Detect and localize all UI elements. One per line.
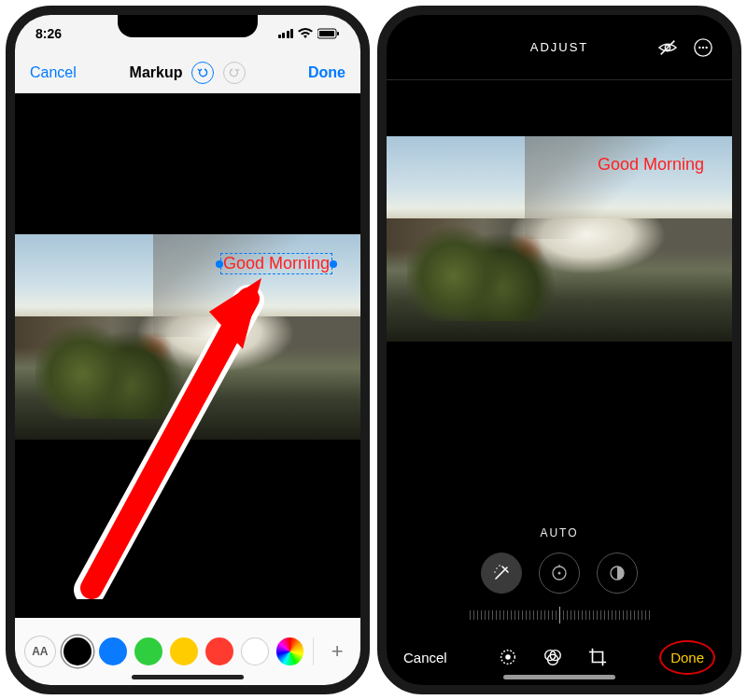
color-swatch-red[interactable] <box>205 637 233 665</box>
adjust-tab-icon[interactable] <box>498 647 518 667</box>
auto-enhance-dial[interactable] <box>481 553 522 594</box>
selection-handle-right[interactable] <box>330 260 337 268</box>
adjust-canvas[interactable]: Good Morning <box>387 80 732 517</box>
page-title: Markup <box>130 64 183 81</box>
device-notch <box>489 15 629 37</box>
markup-canvas[interactable]: Good Morning <box>15 93 360 618</box>
svg-rect-1 <box>319 31 334 36</box>
photo-preview: Good Morning <box>15 234 360 440</box>
svg-point-6 <box>698 46 700 48</box>
status-time: 8:26 <box>35 26 62 41</box>
done-button[interactable]: Done <box>308 64 345 81</box>
done-button[interactable]: Done <box>670 650 704 665</box>
auto-label: AUTO <box>387 517 732 545</box>
photo-preview: Good Morning <box>387 136 732 342</box>
visibility-off-icon[interactable] <box>657 37 678 58</box>
color-swatch-green[interactable] <box>134 637 162 665</box>
svg-rect-2 <box>337 32 339 35</box>
adjust-dials <box>387 545 732 601</box>
text-annotation[interactable]: Good Morning <box>220 253 332 274</box>
svg-point-14 <box>506 654 512 660</box>
wifi-icon <box>298 28 313 39</box>
filters-tab-icon[interactable] <box>543 647 563 667</box>
redo-button[interactable] <box>223 62 246 84</box>
device-notch <box>118 15 258 37</box>
toolbar-divider <box>313 637 314 665</box>
home-indicator-icon[interactable] <box>503 675 615 679</box>
cancel-button[interactable]: Cancel <box>403 650 447 665</box>
undo-button[interactable] <box>191 62 214 84</box>
more-options-icon[interactable] <box>693 37 713 58</box>
color-swatch-row <box>63 637 269 665</box>
svg-line-4 <box>661 40 675 54</box>
home-indicator-icon[interactable] <box>132 675 244 679</box>
phone-markup: 8:26 Cancel Markup Done <box>6 6 370 694</box>
selection-handle-left[interactable] <box>216 260 223 268</box>
text-style-button[interactable]: AA <box>24 636 56 667</box>
brilliance-dial[interactable] <box>597 553 638 594</box>
color-swatch-blue[interactable] <box>99 637 127 665</box>
done-callout-circle: Done <box>659 640 715 675</box>
add-annotation-button[interactable]: + <box>323 639 351 664</box>
color-swatch-black[interactable] <box>63 637 92 665</box>
battery-icon <box>317 28 340 39</box>
adjust-title: ADJUST <box>530 40 589 54</box>
color-swatch-white[interactable] <box>241 637 269 665</box>
cancel-button[interactable]: Cancel <box>30 64 77 81</box>
cellular-icon <box>278 29 294 38</box>
adjust-slider[interactable] <box>387 601 732 629</box>
crop-tab-icon[interactable] <box>587 647 608 667</box>
svg-point-7 <box>702 46 704 48</box>
text-annotation: Good Morning <box>598 155 704 175</box>
exposure-dial[interactable] <box>539 553 580 594</box>
color-swatch-yellow[interactable] <box>170 637 198 665</box>
svg-point-10 <box>558 572 561 575</box>
svg-point-8 <box>705 46 707 48</box>
color-picker-button[interactable] <box>276 637 304 665</box>
phone-adjust: ADJUST Good Morning AUTO Cancel <box>377 6 741 694</box>
markup-navbar: Cancel Markup Done <box>15 52 360 93</box>
